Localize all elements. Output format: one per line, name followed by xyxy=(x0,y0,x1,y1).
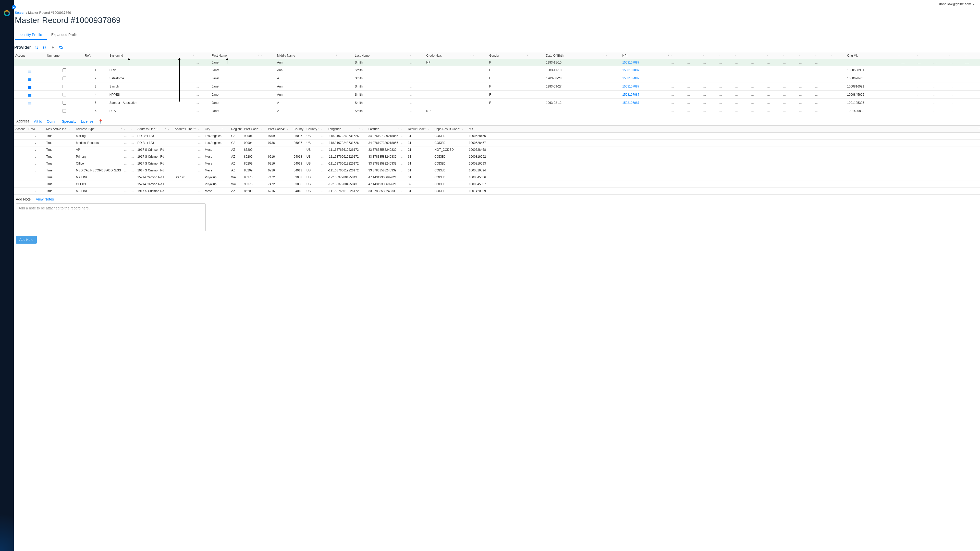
column-sort-icon[interactable]: › xyxy=(337,52,353,59)
more-icon[interactable]: ... xyxy=(129,146,136,153)
more-icon[interactable]: ... xyxy=(685,59,701,66)
more-icon[interactable]: ... xyxy=(749,74,765,83)
more-icon[interactable]: ... xyxy=(749,91,765,99)
more-icon[interactable]: ... xyxy=(733,99,749,107)
expand-row-icon[interactable]: ⌄ xyxy=(27,188,38,195)
more-icon[interactable]: ... xyxy=(964,83,980,91)
more-icon[interactable]: ... xyxy=(123,146,129,153)
more-icon[interactable]: ... xyxy=(932,74,948,83)
more-icon[interactable]: ... xyxy=(685,83,701,91)
more-icon[interactable]: ... xyxy=(733,66,749,74)
more-icon[interactable]: ... xyxy=(123,174,129,181)
more-icon[interactable]: ... xyxy=(197,167,203,174)
column-sort-icon[interactable]: › xyxy=(528,52,544,59)
more-icon[interactable]: ... xyxy=(409,59,425,66)
more-icon[interactable]: ... xyxy=(670,66,686,74)
row-actions-icon[interactable] xyxy=(14,83,45,91)
column-header[interactable]: Address Type‹ xyxy=(74,126,123,133)
column-header[interactable]: Gender‹ xyxy=(488,52,528,59)
more-icon[interactable]: ... xyxy=(765,107,781,115)
more-icon[interactable]: ... xyxy=(964,59,980,66)
more-icon[interactable]: ... xyxy=(964,66,980,74)
column-sort-icon[interactable]: › xyxy=(123,126,129,133)
more-icon[interactable]: ... xyxy=(194,66,210,74)
more-icon[interactable]: ... xyxy=(320,153,326,160)
note-tab-view[interactable]: View Notes xyxy=(36,197,54,201)
column-header[interactable]: Latitude‹ xyxy=(367,126,400,133)
play-icon[interactable] xyxy=(50,45,56,50)
unmerge-checkbox[interactable] xyxy=(45,66,83,74)
column-header[interactable]: Result Code‹ xyxy=(406,126,426,133)
more-icon[interactable]: ... xyxy=(718,107,733,115)
more-icon[interactable]: ... xyxy=(814,107,830,115)
more-icon[interactable]: ... xyxy=(814,91,830,99)
expand-row-icon[interactable]: ⌄ xyxy=(27,181,38,188)
row-actions-icon[interactable] xyxy=(14,99,45,107)
expand-row-icon[interactable]: ⌄ xyxy=(27,160,38,167)
column-sort-icon[interactable]: › xyxy=(718,52,733,59)
column-sort-icon[interactable]: › xyxy=(320,126,326,133)
more-icon[interactable]: ... xyxy=(781,74,797,83)
more-icon[interactable]: ... xyxy=(948,74,964,83)
user-email[interactable]: dane.low@gaine.com xyxy=(939,2,971,6)
more-icon[interactable]: ... xyxy=(916,91,932,99)
column-header[interactable]: MK‹ xyxy=(467,126,980,133)
column-header[interactable]: Credentials‹ xyxy=(425,52,472,59)
more-icon[interactable]: ... xyxy=(964,107,980,115)
more-icon[interactable]: ... xyxy=(718,83,733,91)
column-sort-icon[interactable]: ‹ xyxy=(900,52,916,59)
more-icon[interactable]: ... xyxy=(749,83,765,91)
more-icon[interactable]: ... xyxy=(400,160,406,167)
more-icon[interactable]: ... xyxy=(197,146,203,153)
unmerge-checkbox[interactable] xyxy=(45,83,83,91)
expand-row-icon[interactable]: ⌄ xyxy=(27,146,38,153)
more-icon[interactable]: ... xyxy=(797,59,814,66)
column-sort-icon[interactable]: › xyxy=(426,126,433,133)
column-sort-icon[interactable]: › xyxy=(197,126,203,133)
column-header[interactable]: Address Line 1‹ xyxy=(136,126,166,133)
more-icon[interactable]: ... xyxy=(129,167,136,174)
column-header[interactable]: Country‹ xyxy=(305,126,320,133)
subtab-license[interactable]: License xyxy=(81,118,93,125)
more-icon[interactable]: ... xyxy=(948,83,964,91)
more-icon[interactable]: ... xyxy=(797,83,814,91)
more-icon[interactable]: ... xyxy=(765,99,781,107)
more-icon[interactable]: ... xyxy=(701,91,718,99)
more-icon[interactable]: ... xyxy=(916,99,932,107)
column-sort-icon[interactable]: › xyxy=(223,126,230,133)
more-icon[interactable]: ... xyxy=(197,188,203,195)
more-icon[interactable]: ... xyxy=(733,91,749,99)
more-icon[interactable]: ... xyxy=(765,66,781,74)
more-icon[interactable]: ... xyxy=(320,181,326,188)
more-icon[interactable]: ... xyxy=(781,59,797,66)
more-icon[interactable]: ... xyxy=(129,160,136,167)
more-icon[interactable]: ... xyxy=(733,83,749,91)
column-header[interactable]: Unmerge xyxy=(45,52,83,59)
row-actions-icon[interactable] xyxy=(14,107,45,115)
column-sort-icon[interactable]: ‹ xyxy=(733,52,749,59)
column-header[interactable]: Usps Result Code‹ xyxy=(433,126,461,133)
more-icon[interactable]: ... xyxy=(900,74,916,83)
tab-expanded-profile[interactable]: Expanded Profile xyxy=(47,30,83,40)
more-icon[interactable]: ... xyxy=(194,74,210,83)
more-icon[interactable]: ... xyxy=(718,99,733,107)
more-icon[interactable]: ... xyxy=(320,140,326,146)
more-icon[interactable]: ... xyxy=(797,107,814,115)
more-icon[interactable]: ... xyxy=(916,83,932,91)
column-sort-icon[interactable]: › xyxy=(259,52,275,59)
column-header[interactable]: Post Code‹ xyxy=(242,126,260,133)
column-sort-icon[interactable]: › xyxy=(605,52,621,59)
more-icon[interactable]: ... xyxy=(197,140,203,146)
row-actions-icon[interactable] xyxy=(14,66,45,74)
column-header[interactable]: County‹ xyxy=(292,126,305,133)
column-header[interactable]: Orig Mk‹ xyxy=(845,52,900,59)
more-icon[interactable]: ... xyxy=(749,59,765,66)
column-sort-icon[interactable]: › xyxy=(472,52,488,59)
more-icon[interactable]: ... xyxy=(900,59,916,66)
column-sort-icon[interactable]: › xyxy=(409,52,425,59)
more-icon[interactable]: ... xyxy=(685,99,701,107)
more-icon[interactable]: ... xyxy=(194,99,210,107)
more-icon[interactable]: ... xyxy=(197,174,203,181)
more-icon[interactable]: ... xyxy=(123,140,129,146)
more-icon[interactable]: ... xyxy=(685,91,701,99)
